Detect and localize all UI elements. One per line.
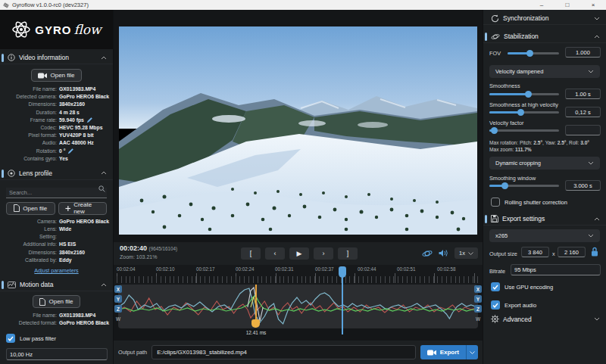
lens-open-file-button[interactable]: Open file <box>6 202 55 215</box>
next-frame-button[interactable]: › <box>314 247 333 260</box>
timeline-tick-label: 00:02:24 <box>236 266 255 272</box>
video-preview[interactable] <box>119 26 477 235</box>
bitrate-label: Bitrate <box>489 268 505 275</box>
info-row: Additional info:HS EIS <box>0 241 113 248</box>
codec-dropdown[interactable]: x265 <box>489 229 600 242</box>
gear-icon <box>491 315 499 323</box>
frame-counter: (9645/16104) <box>149 246 177 251</box>
section-motion-data[interactable]: Motion data <box>0 278 113 291</box>
video-open-file-button[interactable]: Open file <box>31 69 81 82</box>
timeline-tick-label: 00:02:51 <box>397 266 416 272</box>
motion-open-file-button[interactable]: Open file <box>33 295 80 308</box>
section-title: Advanced <box>503 316 532 323</box>
section-synchronization[interactable]: Synchronization <box>483 12 606 25</box>
output-height-input[interactable] <box>558 247 586 257</box>
chevron-down-icon <box>594 317 600 321</box>
active-accent-bar <box>485 215 487 223</box>
gyroflow-window: Gyroflow v1.0.0-rc0 (dev2327) – □ × GYRO… <box>0 0 606 364</box>
play-button[interactable]: ▶ <box>289 247 309 260</box>
export-options-dropdown[interactable] <box>466 345 478 359</box>
section-title: Synchronization <box>503 14 548 22</box>
stabilization-preview-toggle-icon[interactable] <box>422 249 433 258</box>
playback-speed-dropdown[interactable]: 1x <box>454 247 478 259</box>
axis-toggle-w[interactable]: W <box>114 315 122 322</box>
export-button[interactable]: Export <box>420 345 466 359</box>
gpu-encoding-label: Use GPU encoding <box>504 284 553 291</box>
max-rotation-info: Max rotation: Pitch: 2.5°, Yaw: 2.5°, Ro… <box>489 140 589 145</box>
axis-toggle-x[interactable]: X <box>474 285 482 293</box>
smoothing-method-dropdown[interactable]: Velocity dampened <box>489 65 600 78</box>
active-accent-bar <box>485 33 487 41</box>
smoothing-window-slider[interactable] <box>489 185 559 187</box>
file-icon <box>14 204 20 212</box>
rolling-shutter-label: Rolling shutter correction <box>504 199 567 206</box>
section-advanced[interactable]: Advanced <box>483 313 606 325</box>
smoothness-high-velocity-input[interactable] <box>565 107 601 117</box>
lens-icon <box>8 170 15 177</box>
smoothness-value-input[interactable] <box>565 89 601 99</box>
save-icon <box>491 215 498 222</box>
volume-icon[interactable] <box>439 249 448 257</box>
axis-toggle-w[interactable]: W <box>474 315 482 322</box>
trim-end-button[interactable]: ] <box>338 247 358 260</box>
bitrate-input[interactable] <box>511 264 601 275</box>
export-audio-checkbox[interactable] <box>491 300 500 310</box>
motion-data-rows: File name:GX013983.MP4 Detected format:G… <box>0 312 113 327</box>
window-title: Gyroflow v1.0.0-rc0 (dev2327) <box>12 2 89 8</box>
velocity-factor-slider[interactable] <box>489 129 559 132</box>
transport-bar: 00:02:40 (9645/16104) Zoom: 103.21% [ ‹ … <box>114 242 483 265</box>
cropping-mode-dropdown[interactable]: Dynamic cropping <box>489 157 600 170</box>
lens-create-new-button[interactable]: Create new <box>58 202 108 215</box>
axis-toggle-y[interactable]: Y <box>114 295 122 303</box>
gpu-encoding-checkbox[interactable] <box>491 282 500 291</box>
maximize-button[interactable]: □ <box>554 0 580 10</box>
trim-start-button[interactable]: [ <box>241 247 261 260</box>
open-file-label: Open file <box>23 205 47 212</box>
low-pass-filter-checkbox[interactable] <box>6 334 15 343</box>
smoothness-high-velocity-slider[interactable] <box>489 111 559 114</box>
fov-value-input[interactable] <box>565 47 601 58</box>
fov-slider[interactable] <box>508 52 559 54</box>
output-width-input[interactable] <box>521 247 549 257</box>
gyro-graph[interactable]: X Y Z W X Y Z W 12.41 ms <box>114 285 483 340</box>
sync-point-handle[interactable] <box>251 319 260 328</box>
logo-text-gyro: GYRO <box>35 23 71 36</box>
video-camera-icon <box>38 73 47 79</box>
gyro-plot-area[interactable] <box>118 285 478 328</box>
timeline-ruler[interactable]: 00:02:04 00:02:10 00:02:17 00:02:24 00:0… <box>114 265 483 285</box>
playhead-handle[interactable] <box>339 266 346 278</box>
timeline-tick-label: 00:02:17 <box>196 266 215 272</box>
edit-framerate-icon[interactable] <box>86 117 92 123</box>
axis-toggle-x[interactable]: X <box>114 285 122 293</box>
rolling-shutter-checkbox[interactable] <box>491 198 500 207</box>
info-row: Rotation:0 ° <box>0 148 113 155</box>
check-icon <box>8 336 14 341</box>
chevron-up-icon <box>594 35 600 39</box>
axis-toggle-z[interactable]: Z <box>114 305 122 313</box>
low-pass-frequency-input[interactable] <box>6 348 108 360</box>
output-path-input[interactable] <box>152 345 416 359</box>
info-row: Detected format:GoPro HERO6 Black <box>0 319 113 327</box>
velocity-factor-input[interactable] <box>565 125 601 135</box>
axis-toggle-y[interactable]: Y <box>474 295 482 303</box>
section-lens-profile[interactable]: Lens profile <box>0 167 113 180</box>
app-icon <box>3 2 9 8</box>
info-row: File name:GX013983.MP4 <box>0 312 113 319</box>
adjust-parameters-link[interactable]: Adjust parameters <box>0 267 113 274</box>
minimize-button[interactable]: – <box>529 0 554 10</box>
smoothness-label: Smoothness <box>489 82 520 89</box>
lens-search-input[interactable] <box>6 188 107 198</box>
smoothing-window-input[interactable] <box>565 180 601 191</box>
sync-point-line <box>255 285 257 321</box>
prev-frame-button[interactable]: ‹ <box>265 247 285 260</box>
axis-toggle-z[interactable]: Z <box>474 305 482 313</box>
smoothness-slider[interactable] <box>489 93 559 95</box>
section-export-settings[interactable]: Export settings <box>483 213 606 226</box>
timeline-tick-label: 00:02:31 <box>275 266 294 272</box>
close-button[interactable]: × <box>580 0 606 10</box>
edit-rotation-icon[interactable] <box>67 148 73 154</box>
motion-chart-icon <box>8 282 16 288</box>
section-video-information[interactable]: Video information <box>0 51 113 64</box>
section-stabilization[interactable]: Stabilization <box>483 30 606 43</box>
lock-ratio-icon[interactable] <box>591 247 598 257</box>
